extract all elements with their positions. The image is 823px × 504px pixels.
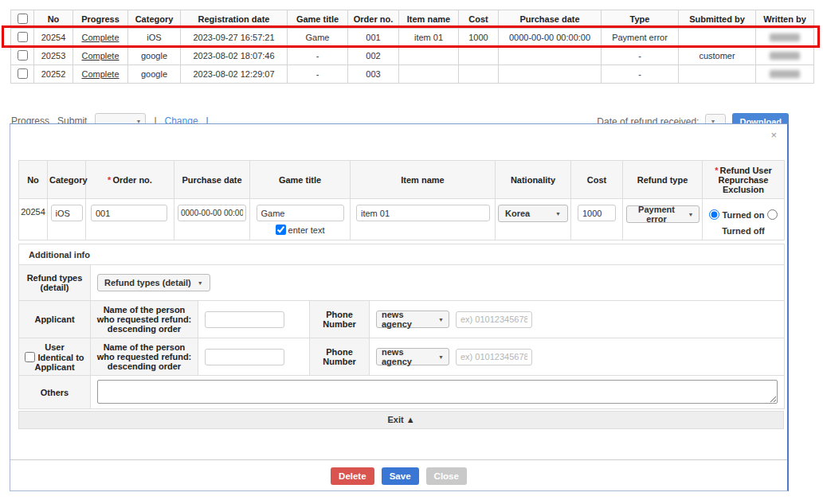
row-checkbox[interactable]	[18, 32, 28, 42]
cell-no: 20252	[34, 65, 73, 84]
form-header-row: No Category *Order no. Purchase date Gam…	[19, 161, 785, 199]
save-button[interactable]: Save	[382, 467, 419, 485]
table-row[interactable]: 20254 Complete iOS 2023-09-27 16:57:21 G…	[11, 29, 814, 47]
cell-written-by	[756, 65, 814, 84]
select-all-checkbox[interactable]	[18, 14, 28, 24]
cell-purchase-date	[499, 65, 602, 84]
user-name-input[interactable]	[205, 349, 284, 365]
refund-type-select[interactable]: Payment error ▼	[626, 205, 700, 223]
col-submitted-by: Submitted by	[679, 10, 756, 29]
turned-off-radio[interactable]	[767, 209, 778, 220]
enter-text-label: enter text	[288, 225, 325, 235]
row-select-cell	[11, 65, 34, 84]
cell-no: 20253	[34, 47, 73, 65]
applicant-phone-label: Phone Number	[310, 301, 370, 338]
col-purchase-date: Purchase date	[499, 10, 602, 29]
panel-footer: Delete Save Close	[10, 459, 787, 485]
cell-cost	[459, 47, 499, 65]
others-cell	[91, 376, 785, 409]
applicant-carrier-select[interactable]: news agency ▼	[376, 311, 449, 328]
exit-collapse-bar[interactable]: Exit ▲	[18, 411, 784, 429]
cell-game-title: -	[288, 47, 348, 65]
form-refund-type-cell: Payment error ▼	[623, 199, 703, 240]
cell-purchase-date	[499, 47, 602, 65]
form-col-purchase-date: Purchase date	[174, 161, 250, 199]
required-mark: *	[108, 175, 111, 185]
cell-category: iOS	[128, 29, 181, 47]
progress-link[interactable]: Complete	[81, 69, 119, 79]
applicant-name-input[interactable]	[205, 311, 284, 328]
chevron-down-icon: ▼	[438, 354, 444, 360]
carrier-value: news agency	[382, 347, 432, 366]
refund-types-value: Refund types (detail)	[104, 278, 191, 287]
cell-order-no: 003	[348, 65, 399, 84]
item-name-input[interactable]	[356, 205, 490, 221]
user-identical-label: User Identical to Applicant	[19, 338, 91, 376]
form-refund-user-cell: Turned on Turned off	[703, 199, 785, 240]
form-col-refund-user: *Refund User Repurchase Exclusion	[703, 161, 785, 199]
progress-link[interactable]: Complete	[81, 51, 119, 61]
close-button[interactable]: Close	[426, 467, 467, 485]
user-identical-checkbox[interactable]	[25, 352, 35, 362]
cell-registration-date: 2023-08-02 12:29:07	[181, 65, 288, 84]
turned-off-label: Turned off	[722, 226, 765, 236]
row-checkbox[interactable]	[18, 50, 28, 61]
delete-button[interactable]: Delete	[331, 467, 374, 485]
refund-detail-panel: × No Category *Order no. Purchase date G…	[10, 123, 789, 491]
form-nationality-cell: Korea ▼	[496, 199, 571, 240]
others-textarea[interactable]	[97, 380, 778, 404]
refund-form-table: No Category *Order no. Purchase date Gam…	[18, 160, 785, 240]
turned-on-label: Turned on	[723, 210, 765, 220]
progress-link[interactable]: Complete	[81, 33, 119, 42]
others-row: Others	[19, 376, 785, 409]
cell-progress: Complete	[73, 47, 128, 65]
col-no: No	[34, 10, 73, 29]
cell-written-by	[756, 47, 814, 65]
user-phone-input[interactable]	[456, 349, 532, 365]
form-item-name-cell	[351, 199, 496, 240]
cell-game-title: Game	[288, 29, 348, 47]
refund-types-cell: Refund types (detail) ▼	[91, 265, 785, 301]
form-col-category: Category	[48, 161, 86, 199]
form-col-cost: Cost	[571, 161, 623, 199]
turned-on-radio[interactable]	[709, 209, 719, 220]
redacted-text	[770, 70, 800, 78]
refund-types-select[interactable]: Refund types (detail) ▼	[97, 274, 210, 291]
game-title-input[interactable]	[257, 205, 344, 221]
form-col-nationality: Nationality	[496, 161, 571, 199]
cell-type: Payment error	[602, 29, 679, 47]
cell-submitted-by	[679, 65, 756, 84]
table-row[interactable]: 20253 Complete google 2023-08-02 18:07:4…	[11, 47, 814, 65]
close-icon[interactable]: ×	[770, 130, 777, 140]
form-col-refund-type: Refund type	[623, 161, 703, 199]
row-checkbox[interactable]	[18, 68, 28, 79]
redacted-text	[770, 52, 800, 60]
col-type: Type	[602, 10, 679, 29]
refund-types-row: Refund types (detail) Refund types (deta…	[19, 265, 785, 301]
applicant-phone-input[interactable]	[456, 311, 532, 328]
enter-text-checkbox[interactable]	[276, 225, 286, 235]
form-purchase-cell	[174, 199, 250, 240]
cell-order-no: 002	[348, 47, 399, 65]
chevron-down-icon: ▼	[555, 211, 561, 217]
table-row[interactable]: 20252 Complete google 2023-08-02 12:29:0…	[11, 65, 814, 84]
enter-text-option: enter text	[250, 225, 350, 235]
category-input[interactable]	[51, 205, 83, 221]
col-cost: Cost	[459, 10, 499, 29]
order-no-input[interactable]	[91, 205, 167, 221]
cell-category: google	[128, 65, 181, 84]
carrier-value: news agency	[382, 310, 432, 329]
user-carrier-select[interactable]: news agency ▼	[376, 348, 449, 365]
cost-input[interactable]	[578, 205, 616, 221]
nationality-select[interactable]: Korea ▼	[498, 205, 568, 222]
cell-submitted-by	[679, 29, 756, 47]
cell-cost	[459, 65, 499, 84]
purchase-date-input[interactable]	[178, 205, 246, 221]
applicant-label: Applicant	[19, 301, 91, 338]
cell-registration-date: 2023-09-27 16:57:21	[181, 29, 288, 47]
additional-info-title: Additional info	[19, 244, 785, 265]
refund-types-label: Refund types (detail)	[19, 265, 91, 301]
refund-type-value: Payment error	[632, 205, 682, 224]
form-col-no: No	[19, 161, 48, 199]
form-col-order-no: *Order no.	[86, 161, 174, 199]
